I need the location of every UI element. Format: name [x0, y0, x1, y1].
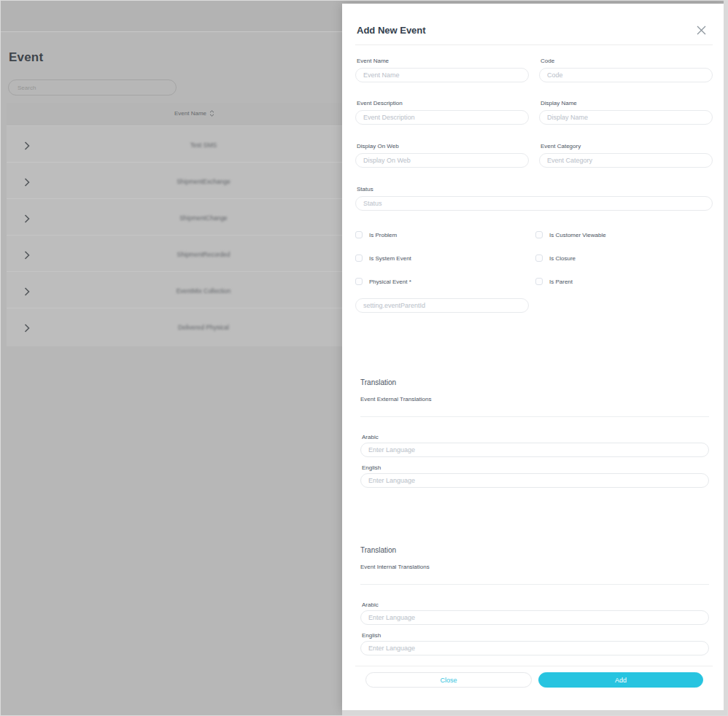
english-translation-input[interactable] [360, 641, 709, 655]
event-parent-id-input[interactable] [355, 298, 529, 313]
search-input[interactable] [8, 79, 177, 96]
row-label-blurred: ShipmentRecorded [138, 251, 269, 258]
checkbox-label: Is Customer Viewable [549, 232, 606, 238]
event-category-label: Event Category [541, 143, 713, 149]
code-label: Code [541, 58, 713, 64]
checkbox-is-parent[interactable]: Is Parent [535, 278, 716, 285]
form-row: Event Name Code [355, 58, 713, 82]
checkbox-label: Is Problem [369, 232, 397, 238]
display-on-web-label: Display On Web [357, 143, 529, 149]
english-translation-input[interactable] [360, 473, 709, 488]
checkbox-is-customer-viewable[interactable]: Is Customer Viewable [535, 231, 716, 238]
page-title: Event [9, 50, 43, 65]
event-description-label: Event Description [357, 100, 529, 106]
checkbox-label: Physical Event * [369, 279, 411, 285]
row-label-blurred: ShipmentExchange [138, 178, 269, 185]
checkbox-icon[interactable] [535, 254, 543, 262]
event-category-input[interactable] [539, 153, 713, 168]
arabic-label: Arabic [362, 434, 379, 440]
arabic-label: Arabic [362, 602, 379, 608]
form-row: Status [355, 186, 713, 211]
close-button[interactable] [695, 24, 707, 36]
code-input[interactable] [539, 68, 713, 82]
chevron-right-icon[interactable] [24, 176, 30, 190]
checkbox-is-closure[interactable]: Is Closure [535, 254, 716, 262]
status-input[interactable] [355, 196, 713, 211]
arabic-translation-input[interactable] [360, 443, 709, 457]
right-edge-strip [724, 1, 727, 715]
checkbox-icon[interactable] [535, 278, 543, 285]
drawer-footer: Close Add [355, 666, 713, 666]
row-label-blurred: EventMix Collection [138, 287, 269, 295]
checkbox-icon[interactable] [535, 231, 543, 238]
translation-section-internal: Translation Event Internal Translations … [355, 545, 713, 669]
row-label-blurred: ShipmentChange [138, 214, 269, 222]
display-on-web-input[interactable] [355, 153, 529, 168]
translation-heading: Translation [360, 378, 396, 386]
display-name-input[interactable] [539, 110, 713, 125]
chevron-right-icon[interactable] [24, 249, 30, 262]
checkbox-label: Is Closure [549, 255, 576, 262]
english-label: English [362, 464, 381, 471]
app-screen: Event Event Name Test SMS ShipmentExchan… [0, 0, 728, 716]
translation-section-external: Translation Event External Translations … [355, 377, 713, 501]
add-new-event-drawer: Add New Event Event Name Code Event Desc… [342, 4, 725, 712]
display-name-label: Display Name [541, 100, 713, 106]
checkbox-icon[interactable] [355, 254, 363, 262]
status-label: Status [357, 186, 713, 192]
close-button-footer[interactable]: Close [365, 672, 532, 688]
divider [360, 584, 709, 585]
divider [360, 416, 709, 417]
drawer-title: Add New Event [357, 25, 426, 36]
checkbox-is-problem[interactable]: Is Problem [355, 231, 535, 238]
arabic-translation-input[interactable] [360, 610, 709, 625]
sort-chevrons-icon[interactable] [209, 110, 214, 117]
event-name-input[interactable] [355, 68, 529, 82]
close-icon [697, 26, 706, 35]
form-row: Display On Web Event Category [355, 143, 713, 168]
chevron-right-icon[interactable] [24, 140, 30, 153]
checkbox-label: Is System Event [369, 255, 411, 262]
drawer-header: Add New Event [355, 4, 713, 45]
form-row: Event Description Display Name [355, 100, 713, 125]
chevron-right-icon[interactable] [24, 213, 30, 226]
event-description-input[interactable] [355, 110, 529, 125]
checkbox-row: Is System Event Is Closure [355, 254, 716, 262]
chevron-right-icon[interactable] [24, 286, 30, 299]
checkbox-label: Is Parent [549, 279, 573, 285]
row-label-blurred: Test SMS [138, 141, 269, 149]
add-button[interactable]: Add [538, 672, 703, 688]
row-label-blurred: Delivered Physical [138, 324, 269, 331]
event-name-label: Event Name [357, 58, 529, 64]
translation-subheading: Event Internal Translations [360, 564, 430, 570]
english-label: English [362, 632, 381, 639]
column-header-label: Event Name [174, 110, 206, 117]
checkbox-row: Physical Event * Is Parent [355, 278, 716, 285]
bottom-edge-strip [342, 710, 727, 715]
checkbox-icon[interactable] [355, 231, 363, 238]
checkbox-icon[interactable] [355, 278, 363, 285]
column-header-event-name[interactable]: Event Name [174, 110, 214, 117]
checkbox-is-system-event[interactable]: Is System Event [355, 254, 535, 262]
translation-heading: Translation [360, 546, 396, 554]
checkbox-row: Is Problem Is Customer Viewable [355, 231, 716, 238]
chevron-right-icon[interactable] [24, 322, 30, 335]
checkbox-physical-event[interactable]: Physical Event * [355, 278, 535, 285]
translation-subheading: Event External Translations [360, 396, 431, 402]
